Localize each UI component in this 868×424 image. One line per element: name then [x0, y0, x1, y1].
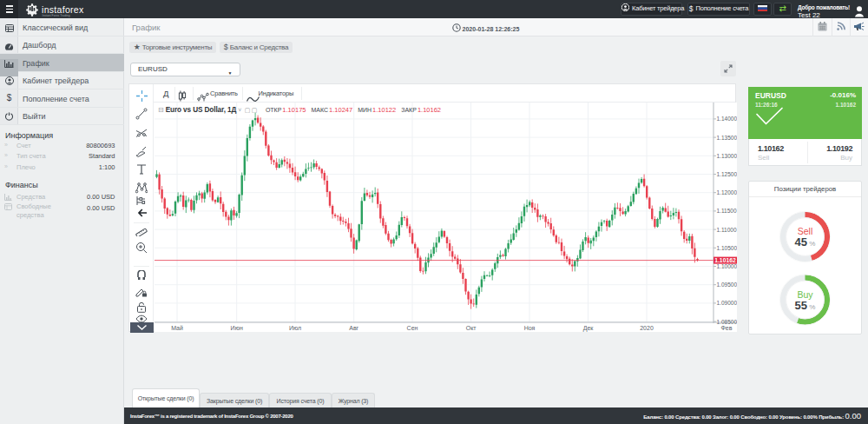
svg-text:1.10000: 1.10000 [716, 263, 737, 269]
svg-text:1.13500: 1.13500 [716, 135, 737, 141]
svg-text:1.12500: 1.12500 [716, 171, 737, 177]
svg-text:Фев: Фев [720, 325, 732, 331]
svg-text:1.12000: 1.12000 [716, 189, 737, 195]
svg-text:1.11000: 1.11000 [716, 227, 736, 233]
svg-text:1.10500: 1.10500 [716, 245, 737, 251]
svg-text:Сен: Сен [406, 325, 418, 331]
svg-text:1.10162: 1.10162 [714, 257, 736, 263]
svg-text:Авг: Авг [349, 325, 358, 331]
svg-text:2020: 2020 [640, 325, 654, 331]
svg-text:55 %: 55 % [795, 298, 816, 311]
svg-text:Дек: Дек [582, 325, 594, 332]
svg-text:1.11500: 1.11500 [716, 208, 736, 214]
svg-text:Окт: Окт [465, 325, 477, 331]
svg-text:1.14000: 1.14000 [716, 116, 737, 122]
svg-text:Май: Май [171, 325, 183, 331]
svg-text:1.13000: 1.13000 [716, 153, 737, 159]
svg-text:1.08500: 1.08500 [716, 319, 737, 325]
svg-text:Ноя: Ноя [523, 325, 535, 331]
svg-text:45 %: 45 % [795, 235, 816, 248]
svg-text:Instant Forex Trading: Instant Forex Trading [43, 13, 70, 17]
svg-text:1.09000: 1.09000 [716, 300, 737, 306]
svg-text:1.09500: 1.09500 [716, 282, 737, 288]
svg-text:Июл: Июл [288, 325, 300, 331]
svg-text:Июн: Июн [230, 325, 242, 331]
